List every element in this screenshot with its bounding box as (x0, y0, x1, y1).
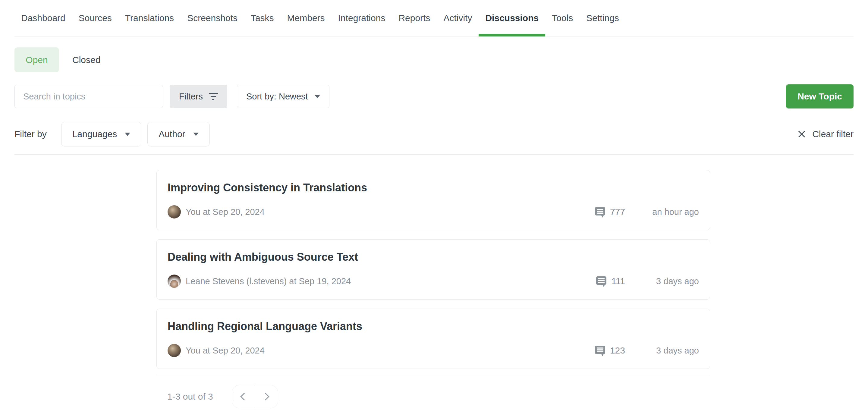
topic-meta: Leane Stevens (l.stevens) at Sep 19, 202… (167, 275, 699, 288)
tab-closed[interactable]: Closed (59, 55, 114, 65)
topics-toolbar: Filters Sort by: Newest New Topic (14, 85, 854, 108)
filters-button[interactable]: Filters (170, 85, 227, 108)
prev-page-button[interactable] (232, 385, 255, 408)
next-page-button[interactable] (255, 385, 278, 408)
clear-filter-label: Clear filter (812, 129, 854, 139)
chevron-down-icon (125, 133, 130, 136)
nav-item-tasks[interactable]: Tasks (244, 0, 281, 36)
clear-filter-button[interactable]: Clear filter (797, 129, 854, 139)
avatar (167, 344, 181, 357)
sort-by-label: Sort by: Newest (246, 92, 308, 102)
tab-open[interactable]: Open (14, 47, 59, 72)
nav-item-label: Discussions (485, 13, 538, 23)
topic-time: 3 days ago (625, 346, 699, 356)
nav-item-tools[interactable]: Tools (545, 0, 580, 36)
comment-count-value: 111 (611, 276, 625, 286)
status-tabs: Open Closed (14, 47, 854, 72)
chevron-left-icon (241, 393, 248, 400)
nav-item-translations[interactable]: Translations (119, 0, 181, 36)
nav-item-discussions[interactable]: Discussions (478, 0, 545, 36)
filters-button-label: Filters (179, 92, 203, 102)
topic-card[interactable]: Dealing with Ambiguous Source Text Leane… (156, 239, 710, 299)
pagination-summary: 1-3 out of 3 (167, 391, 213, 402)
comment-count: 123 (594, 345, 625, 356)
search-input[interactable] (14, 85, 163, 108)
nav-item-settings[interactable]: Settings (580, 0, 625, 36)
comment-bubble-icon (594, 345, 606, 356)
topic-meta: You at Sep 20, 2024 123 3 days ago (167, 344, 699, 357)
nav-item-members[interactable]: Members (281, 0, 332, 36)
topic-meta-right: 123 3 days ago (594, 345, 699, 356)
nav-item-integrations[interactable]: Integrations (332, 0, 392, 36)
section-divider (14, 154, 854, 155)
topic-title[interactable]: Improving Consistency in Translations (167, 181, 699, 194)
x-icon (797, 130, 806, 139)
avatar (167, 275, 181, 288)
project-nav: Dashboard Sources Translations Screensho… (14, 0, 854, 36)
filter-lines-icon (209, 93, 218, 100)
languages-dropdown-label: Languages (72, 129, 117, 139)
topic-meta: You at Sep 20, 2024 777 an hour ago (167, 205, 699, 219)
sort-by-dropdown[interactable]: Sort by: Newest (237, 85, 330, 108)
nav-item-reports[interactable]: Reports (392, 0, 437, 36)
filter-by-label: Filter by (14, 129, 47, 139)
topic-meta-right: 111 3 days ago (595, 275, 699, 287)
topics-list: Improving Consistency in Translations Yo… (156, 170, 710, 408)
new-topic-button[interactable]: New Topic (786, 85, 854, 108)
nav-item-dashboard[interactable]: Dashboard (14, 0, 72, 36)
topic-card[interactable]: Improving Consistency in Translations Yo… (156, 170, 710, 230)
topic-meta-right: 777 an hour ago (594, 206, 699, 218)
topic-title[interactable]: Dealing with Ambiguous Source Text (167, 251, 699, 264)
nav-item-screenshots[interactable]: Screenshots (181, 0, 244, 36)
topic-title[interactable]: Handling Regional Language Variants (167, 320, 699, 333)
nav-item-sources[interactable]: Sources (72, 0, 119, 36)
comment-count: 777 (594, 206, 625, 218)
comment-bubble-icon (595, 275, 607, 287)
comment-bubble-icon (594, 206, 606, 218)
chevron-down-icon (315, 95, 320, 98)
topic-author-date: You at Sep 20, 2024 (186, 207, 265, 217)
languages-dropdown[interactable]: Languages (61, 122, 141, 147)
author-dropdown-label: Author (158, 129, 185, 139)
pager (232, 385, 278, 408)
chevron-right-icon (261, 393, 269, 400)
chevron-down-icon (193, 133, 198, 136)
topic-time: 3 days ago (625, 276, 699, 286)
topic-author-date: Leane Stevens (l.stevens) at Sep 19, 202… (186, 276, 351, 286)
comment-count-value: 123 (610, 345, 625, 356)
active-tab-underline (478, 34, 545, 36)
topic-card[interactable]: Handling Regional Language Variants You … (156, 309, 710, 369)
pagination: 1-3 out of 3 (156, 385, 710, 408)
comment-count: 111 (595, 275, 625, 287)
pagination-divider (156, 375, 710, 375)
avatar (167, 205, 181, 219)
nav-item-activity[interactable]: Activity (437, 0, 478, 36)
comment-count-value: 777 (610, 207, 625, 217)
topic-time: an hour ago (625, 207, 699, 217)
topic-author-date: You at Sep 20, 2024 (186, 346, 265, 356)
filter-bar: Filter by Languages Author Clear filter (14, 122, 854, 147)
author-dropdown[interactable]: Author (147, 122, 210, 147)
